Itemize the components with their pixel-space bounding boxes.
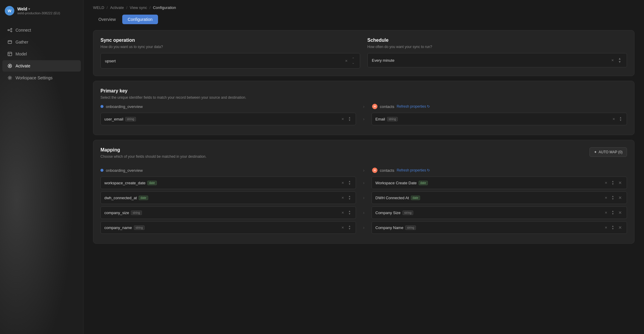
mapping-row-delete-1[interactable]: ✕ [617,195,623,201]
mapping-title: Mapping [100,147,207,153]
mapping-refresh-link[interactable]: Refresh properties ↻ [397,168,430,172]
gather-icon [7,39,13,45]
sidebar-item-model[interactable]: Model [2,48,81,60]
mapping-row-delete-3[interactable]: ✕ [617,225,623,231]
mapping-row: company_name string ✕ ▲▼ › Company Name … [100,221,627,234]
main-content: WELD / Activate / View sync / Configurat… [83,0,644,334]
pk-arrow: › [363,104,365,109]
mapping-dest-arrows-2[interactable]: ▲▼ [610,209,615,216]
sync-operation-value: upsert [105,59,116,63]
content-area: Sync operation How do you want us to syn… [83,24,644,334]
sync-operation-select[interactable]: upsert ✕ ⌃⌄ [100,53,360,69]
activate-icon [7,63,13,69]
sync-operation-subtitle: How do you want us to sync your data? [100,45,360,49]
schedule-select[interactable]: Every minute ✕ ▲▼ [367,53,627,67]
mapping-dest-arrows-3[interactable]: ▲▼ [610,224,615,231]
pk-source-clear[interactable]: ✕ [340,117,345,122]
sidebar-item-activate[interactable]: Activate [2,60,81,72]
sidebar-item-workspace-settings[interactable]: Workspace Settings [2,72,81,84]
mapping-src-arrows-3[interactable]: ▲▼ [347,224,352,231]
pk-dest-field-name: Email string [375,117,398,121]
svg-point-2 [11,31,12,32]
mapping-src-field-2[interactable]: company_size string ✕ ▲▼ [100,206,356,219]
sync-schedule-card: Sync operation How do you want us to syn… [93,30,634,76]
mapping-src-clear-2[interactable]: ✕ [340,210,345,215]
mapping-dest-label: contacts [380,168,394,173]
mapping-dest-clear-3[interactable]: ✕ [603,225,609,230]
mapping-row-delete-2[interactable]: ✕ [617,210,623,216]
auto-map-label: AUTO MAP (0) [599,150,623,154]
mapping-dest-clear-1[interactable]: ✕ [603,195,609,200]
pk-refresh-label: Refresh properties [397,104,426,109]
tab-configuration[interactable]: Configuration [122,15,158,24]
sync-operation-clear[interactable]: ✕ [344,58,349,64]
schedule-controls: ✕ ▲▼ [610,56,623,64]
pk-source-label: onboarding_overview [106,104,143,109]
mapping-arrow: › [363,168,365,173]
schedule-chevron[interactable]: ▲▼ [617,56,623,64]
pk-field-row: user_email string ✕ ▲▼ › Email string [100,113,627,125]
mapping-row-delete-0[interactable]: ✕ [617,180,623,186]
pk-source-controls: ✕ ▲▼ [340,116,352,122]
mapping-dest-field-3[interactable]: Company Name string ✕ ▲▼ ✕ [371,221,627,234]
mapping-dest-field-0[interactable]: Workspace Create Date date ✕ ▲▼ ✕ [371,177,627,189]
mapping-dest-arrows-0[interactable]: ▲▼ [610,180,615,186]
mapping-src-clear-1[interactable]: ✕ [340,195,345,200]
mapping-row-arrow-0: › [363,180,365,185]
mapping-row: company_size string ✕ ▲▼ › Company Size … [100,206,627,219]
pk-dest-label: contacts [380,104,394,109]
primary-key-title: Primary key [100,88,627,94]
pk-source-field-name: user_email string [104,117,136,121]
svg-point-12 [9,77,11,79]
workspace-sub: weld-production-308222 (EU) [17,11,78,15]
breadcrumb-view-sync[interactable]: View sync [130,5,147,10]
mapping-src-field-3[interactable]: company_name string ✕ ▲▼ [100,221,356,234]
breadcrumb-activate[interactable]: Activate [110,5,124,10]
pk-dest-clear[interactable]: ✕ [611,117,616,122]
sidebar-item-gather-label: Gather [16,40,28,44]
svg-point-0 [8,30,9,31]
source-dot [100,105,103,108]
mapping-src-arrows-2[interactable]: ▲▼ [347,209,352,216]
model-icon [7,51,13,57]
svg-rect-5 [8,41,12,44]
mapping-refresh-label: Refresh properties [397,168,426,172]
svg-line-3 [9,29,11,30]
pk-dest-field[interactable]: Email string ✕ ▲▼ [371,113,627,125]
mapping-src-clear-3[interactable]: ✕ [340,225,345,230]
mapping-title-block: Mapping Choose which of your fields shou… [100,147,207,163]
pk-refresh-link[interactable]: Refresh properties ↻ [397,104,430,109]
schedule-clear[interactable]: ✕ [610,58,615,63]
mapping-dest-arrows-1[interactable]: ▲▼ [610,194,615,201]
mapping-dest-field-1[interactable]: DWH Connected At date ✕ ▲▼ ✕ [371,191,627,204]
sidebar-item-workspace-settings-label: Workspace Settings [16,75,52,80]
pk-field-arrow: › [363,117,365,121]
tab-overview[interactable]: Overview [93,15,121,24]
mapping-row-arrow-2: › [363,210,365,215]
workspace-header[interactable]: W Weld ▾ weld-production-308222 (EU) [0,0,83,21]
pk-source-field[interactable]: user_email string ✕ ▲▼ [100,113,356,125]
pk-dest-arrows[interactable]: ▲▼ [618,116,623,122]
breadcrumb-weld[interactable]: WELD [93,5,104,10]
mapping-dest-clear-2[interactable]: ✕ [603,210,609,215]
mapping-dest-field-2[interactable]: Company Size string ✕ ▲▼ ✕ [371,206,627,219]
svg-rect-7 [8,52,12,56]
sidebar-item-activate-label: Activate [16,64,30,68]
mapping-row-arrow-3: › [363,225,365,230]
primary-key-subtitle: Select the unique identifier fields to m… [100,95,627,100]
mapping-src-clear-0[interactable]: ✕ [340,180,345,185]
mapping-src-field-1[interactable]: dwh_connected_at date ✕ ▲▼ [100,191,356,204]
mapping-src-arrows-0[interactable]: ▲▼ [347,180,352,186]
mapping-src-field-0[interactable]: workspace_create_date date ✕ ▲▼ [100,177,356,189]
pk-source-arrows[interactable]: ▲▼ [347,116,352,122]
sync-operation-chevron[interactable]: ⌃⌄ [351,56,356,65]
sidebar-item-connect[interactable]: Connect [2,24,81,36]
mapping-src-arrows-1[interactable]: ▲▼ [347,194,352,201]
mapping-dest-clear-0[interactable]: ✕ [603,180,609,185]
sidebar-item-gather[interactable]: Gather [2,36,81,48]
auto-map-button[interactable]: ✦ AUTO MAP (0) [589,147,627,157]
breadcrumb-sep-2: / [126,5,127,10]
pk-source-type-badge: string [125,117,136,121]
mapping-source-dest-row: onboarding_overview › H contacts Refresh… [100,168,627,173]
breadcrumb-configuration: Configuration [153,5,176,10]
